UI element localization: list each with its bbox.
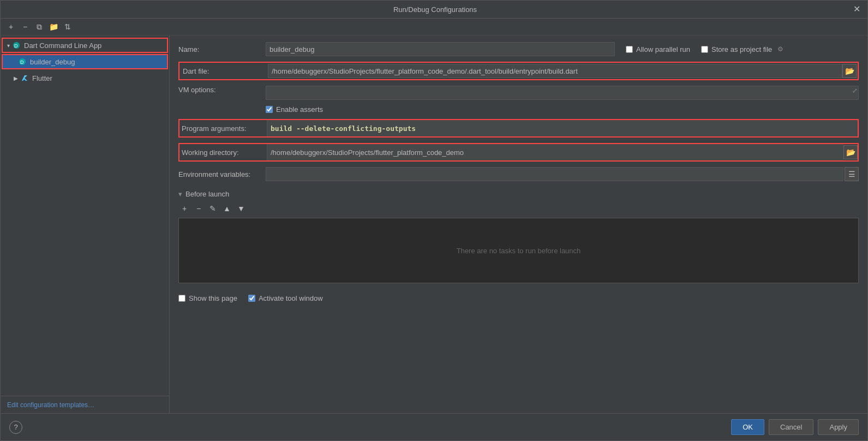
copy-icon: ⧉ [37,22,42,32]
show-page-checkbox[interactable] [178,295,185,302]
before-launch-empty-area: There are no tasks to run before launch [178,218,859,283]
folder-icon: 📁 [49,22,58,31]
sidebar-item-builder-debug[interactable]: D builder_debug [2,54,168,69]
enable-asserts-row: Enable asserts [178,105,859,114]
action-buttons: OK Cancel Apply [731,419,859,435]
add-icon: + [9,22,13,31]
minus-icon: − [23,22,27,31]
store-project-label: Store as project file [711,45,772,53]
activate-window-checkbox[interactable] [248,295,255,302]
before-launch-add-button[interactable]: + [178,202,190,214]
edit-icon: ✎ [209,204,216,213]
arrow-down-icon: ▼ [237,204,245,213]
sidebar: ▾ D Dart Command Line App D [1,35,170,413]
vm-options-row: VM options: ⤢ [178,86,859,100]
sidebar-item-flutter[interactable]: ▶ Flutter [1,71,169,85]
before-launch-label: Before launch [185,190,229,198]
env-vars-input[interactable] [266,167,843,181]
run-debug-dialog: Run/Debug Configurations ✕ + − ⧉ 📁 ⇅ ▾ [0,0,868,441]
working-dir-browse-button[interactable]: 📂 [843,145,858,159]
name-label: Name: [178,45,266,53]
name-row: Name: Allow parallel run Store as projec… [178,42,859,56]
env-vars-icon: ☰ [848,170,855,178]
dart-file-input[interactable] [268,64,842,78]
program-args-label: Program arguments: [179,122,267,135]
expand-icon[interactable]: ⤢ [852,87,858,94]
dart-file-browse-button[interactable]: 📂 [842,64,857,78]
before-launch-section: ▾ Before launch + − ✎ ▲ [178,190,859,290]
activate-window-row: Activate tool window [248,294,323,302]
env-vars-label: Environment variables: [178,170,266,178]
enable-asserts-checkbox[interactable] [266,106,273,113]
before-launch-chevron-icon[interactable]: ▾ [178,190,182,198]
remove-config-button[interactable]: − [19,21,31,33]
right-panel: Name: Allow parallel run Store as projec… [170,35,867,413]
cancel-button[interactable]: Cancel [769,419,813,435]
sidebar-item-selected-label: builder_debug [30,58,75,66]
env-vars-button[interactable]: ☰ [845,167,859,181]
allow-parallel-label: Allow parallel run [636,45,690,53]
store-project-checkbox[interactable] [701,46,708,53]
env-vars-row: Environment variables: ☰ [178,167,859,181]
vm-options-input[interactable] [266,86,859,100]
name-input[interactable] [266,42,615,56]
dart-icon: D [12,41,21,50]
flutter-label: Flutter [32,74,52,82]
dart-group-label: Dart Command Line App [24,41,101,50]
settings-icon[interactable]: ⚙ [777,45,783,53]
working-dir-row: Working directory: 📂 [178,143,859,162]
before-launch-header: ▾ Before launch [178,190,859,198]
dart-config-icon: D [18,57,27,66]
before-launch-toolbar: + − ✎ ▲ ▼ [178,202,859,214]
help-button[interactable]: ? [9,421,22,434]
allow-parallel-row: Allow parallel run [626,45,690,53]
vm-options-label: VM options: [178,86,266,94]
before-launch-empty-text: There are no tasks to run before launch [457,247,581,255]
title-bar: Run/Debug Configurations ✕ [1,1,867,19]
dart-group: ▾ D Dart Command Line App D [1,35,169,71]
edit-templates-link[interactable]: Edit configuration templates… [7,401,94,409]
dart-file-label: Dart file: [181,67,268,75]
working-dir-label: Working directory: [179,146,267,159]
options-row: Allow parallel run Store as project file… [626,45,783,53]
browse-icon: 📂 [845,67,854,75]
bottom-options-row: Show this page Activate tool window [178,294,859,302]
main-content: ▾ D Dart Command Line App D [1,35,867,413]
before-launch-down-button[interactable]: ▼ [235,202,247,214]
chevron-down-icon: ▾ [7,43,10,49]
svg-text:D: D [14,43,18,49]
close-button[interactable]: ✕ [852,5,861,14]
flutter-icon [20,74,29,82]
store-project-row: Store as project file ⚙ [701,45,783,53]
dialog-buttons: ? OK Cancel Apply [1,413,867,440]
sort-button[interactable]: ⇅ [62,21,74,33]
svg-text:D: D [20,59,24,65]
configurations-toolbar: + − ⧉ 📁 ⇅ [1,19,867,35]
chevron-right-icon: ▶ [14,75,18,81]
apply-button[interactable]: Apply [818,419,859,435]
plus-icon: + [182,204,187,213]
before-launch-edit-button[interactable]: ✎ [207,202,219,214]
ok-button[interactable]: OK [731,419,764,435]
allow-parallel-checkbox[interactable] [626,46,633,53]
before-launch-up-button[interactable]: ▲ [221,202,233,214]
add-config-button[interactable]: + [5,21,17,33]
enable-asserts-label: Enable asserts [276,105,323,114]
show-page-row: Show this page [178,294,237,302]
program-args-input[interactable] [267,120,858,136]
dart-group-header[interactable]: ▾ D Dart Command Line App [2,38,168,53]
show-page-label: Show this page [189,294,237,302]
folder-browse-icon: 📂 [846,148,855,157]
copy-config-button[interactable]: ⧉ [33,21,45,33]
activate-window-label: Activate tool window [259,294,323,302]
arrow-up-icon: ▲ [223,204,231,213]
sidebar-footer: Edit configuration templates… [1,396,169,413]
sort-icon: ⇅ [64,22,71,31]
minus-icon: − [196,204,201,213]
before-launch-remove-button[interactable]: − [193,202,205,214]
dialog-title: Run/Debug Configurations [18,5,852,14]
working-dir-input[interactable] [267,144,843,160]
dart-file-row: Dart file: 📂 [178,62,859,80]
folder-button[interactable]: 📁 [47,21,59,33]
program-args-row: Program arguments: [178,119,859,138]
